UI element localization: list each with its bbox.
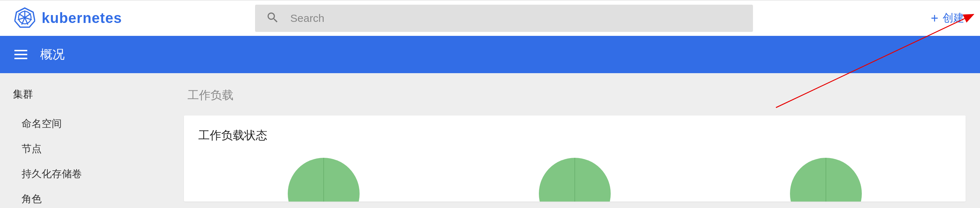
secondary-bar: 概况 — [0, 36, 980, 73]
workload-pie-chart-3 — [790, 158, 862, 202]
logo[interactable]: kubernetes — [14, 7, 255, 29]
main-content: 工作负载 工作负载状态 — [184, 73, 980, 208]
create-button[interactable]: + 创建 — [931, 11, 966, 25]
section-title: 工作负载 — [188, 88, 966, 103]
workload-status-card: 工作负载状态 — [184, 115, 966, 202]
sidebar-item-persistent-volumes[interactable]: 持久化存储卷 — [13, 161, 184, 186]
sidebar: 集群 命名空间 节点 持久化存储卷 角色 — [0, 73, 184, 208]
card-title: 工作负载状态 — [198, 128, 951, 143]
plus-icon: + — [931, 12, 938, 25]
page-title: 概况 — [40, 46, 65, 63]
workload-pie-chart-1 — [288, 158, 360, 202]
sidebar-item-namespaces[interactable]: 命名空间 — [13, 111, 184, 136]
kubernetes-logo-icon — [14, 7, 35, 29]
search-icon — [266, 11, 280, 26]
search-input[interactable] — [290, 12, 742, 24]
logo-text: kubernetes — [42, 10, 122, 26]
create-button-label: 创建 — [943, 11, 964, 25]
sidebar-section-header: 集群 — [13, 88, 184, 101]
search-box[interactable] — [255, 5, 753, 32]
menu-icon[interactable] — [14, 50, 27, 59]
sidebar-item-nodes[interactable]: 节点 — [13, 136, 184, 161]
sidebar-item-roles[interactable]: 角色 — [13, 186, 184, 208]
top-bar: kubernetes + 创建 — [0, 0, 980, 36]
workload-pie-chart-2 — [539, 158, 611, 202]
